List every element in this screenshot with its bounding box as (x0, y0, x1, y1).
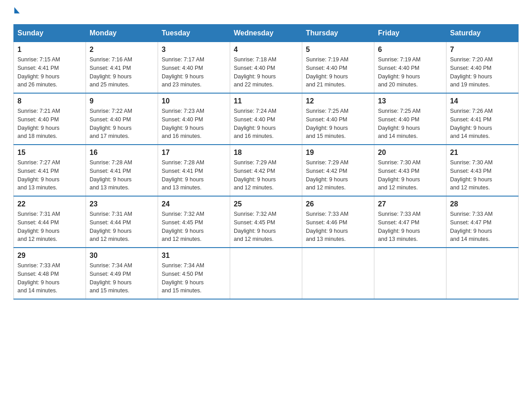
day-number: 11 (234, 97, 298, 105)
col-header-tuesday: Tuesday (158, 25, 230, 42)
calendar-week-row: 29Sunrise: 7:33 AMSunset: 4:48 PMDayligh… (14, 248, 519, 299)
calendar-cell: 9Sunrise: 7:22 AMSunset: 4:40 PMDaylight… (86, 93, 158, 145)
calendar-week-row: 1Sunrise: 7:15 AMSunset: 4:41 PMDaylight… (14, 42, 519, 94)
calendar-table: SundayMondayTuesdayWednesdayThursdayFrid… (13, 24, 519, 300)
day-number: 10 (162, 97, 226, 105)
day-number: 1 (17, 46, 82, 54)
day-number: 16 (90, 149, 154, 157)
day-info: Sunrise: 7:30 AMSunset: 4:43 PMDaylight:… (450, 158, 515, 192)
day-info: Sunrise: 7:25 AMSunset: 4:40 PMDaylight:… (306, 107, 370, 141)
calendar-cell: 6Sunrise: 7:19 AMSunset: 4:40 PMDaylight… (374, 42, 446, 94)
calendar-cell: 1Sunrise: 7:15 AMSunset: 4:41 PMDaylight… (14, 42, 86, 94)
day-info: Sunrise: 7:32 AMSunset: 4:45 PMDaylight:… (234, 210, 298, 244)
calendar-cell: 27Sunrise: 7:33 AMSunset: 4:47 PMDayligh… (374, 196, 446, 248)
calendar-cell (374, 248, 446, 299)
calendar-cell: 8Sunrise: 7:21 AMSunset: 4:40 PMDaylight… (14, 93, 86, 145)
day-info: Sunrise: 7:21 AMSunset: 4:40 PMDaylight:… (17, 107, 82, 141)
calendar-week-row: 8Sunrise: 7:21 AMSunset: 4:40 PMDaylight… (14, 93, 519, 145)
day-info: Sunrise: 7:19 AMSunset: 4:40 PMDaylight:… (378, 56, 442, 89)
day-number: 14 (450, 97, 515, 105)
day-number: 9 (90, 97, 154, 105)
day-number: 31 (162, 252, 226, 260)
day-info: Sunrise: 7:33 AMSunset: 4:48 PMDaylight:… (17, 261, 82, 295)
calendar-cell: 22Sunrise: 7:31 AMSunset: 4:44 PMDayligh… (14, 196, 86, 248)
day-number: 27 (378, 200, 442, 208)
day-info: Sunrise: 7:31 AMSunset: 4:44 PMDaylight:… (17, 210, 82, 244)
day-info: Sunrise: 7:31 AMSunset: 4:44 PMDaylight:… (90, 210, 154, 244)
calendar-cell: 31Sunrise: 7:34 AMSunset: 4:50 PMDayligh… (158, 248, 230, 299)
day-info: Sunrise: 7:33 AMSunset: 4:46 PMDaylight:… (306, 210, 370, 244)
day-info: Sunrise: 7:20 AMSunset: 4:40 PMDaylight:… (450, 56, 515, 89)
calendar-cell: 7Sunrise: 7:20 AMSunset: 4:40 PMDaylight… (446, 42, 519, 94)
day-number: 13 (378, 97, 442, 105)
calendar-cell: 2Sunrise: 7:16 AMSunset: 4:41 PMDaylight… (86, 42, 158, 94)
calendar-cell: 11Sunrise: 7:24 AMSunset: 4:40 PMDayligh… (230, 93, 302, 145)
day-info: Sunrise: 7:18 AMSunset: 4:40 PMDaylight:… (234, 56, 298, 89)
day-number: 21 (450, 149, 515, 157)
calendar-cell: 24Sunrise: 7:32 AMSunset: 4:45 PMDayligh… (158, 196, 230, 248)
calendar-cell: 20Sunrise: 7:30 AMSunset: 4:43 PMDayligh… (374, 145, 446, 196)
day-info: Sunrise: 7:24 AMSunset: 4:40 PMDaylight:… (234, 107, 298, 141)
logo-arrow-icon (14, 7, 20, 13)
calendar-cell: 25Sunrise: 7:32 AMSunset: 4:45 PMDayligh… (230, 196, 302, 248)
day-info: Sunrise: 7:33 AMSunset: 4:47 PMDaylight:… (450, 210, 515, 244)
col-header-monday: Monday (86, 25, 158, 42)
day-number: 4 (234, 46, 298, 54)
day-info: Sunrise: 7:25 AMSunset: 4:40 PMDaylight:… (378, 107, 442, 141)
day-info: Sunrise: 7:28 AMSunset: 4:41 PMDaylight:… (162, 158, 226, 192)
calendar-week-row: 22Sunrise: 7:31 AMSunset: 4:44 PMDayligh… (14, 196, 519, 248)
day-info: Sunrise: 7:29 AMSunset: 4:42 PMDaylight:… (306, 158, 370, 192)
calendar-cell: 16Sunrise: 7:28 AMSunset: 4:41 PMDayligh… (86, 145, 158, 196)
calendar-cell: 30Sunrise: 7:34 AMSunset: 4:49 PMDayligh… (86, 248, 158, 299)
calendar-cell (302, 248, 374, 299)
day-number: 8 (17, 97, 82, 105)
calendar-cell: 29Sunrise: 7:33 AMSunset: 4:48 PMDayligh… (14, 248, 86, 299)
calendar-cell: 13Sunrise: 7:25 AMSunset: 4:40 PMDayligh… (374, 93, 446, 145)
page-header (13, 9, 519, 15)
day-number: 20 (378, 149, 442, 157)
calendar-cell: 28Sunrise: 7:33 AMSunset: 4:47 PMDayligh… (446, 196, 519, 248)
day-number: 24 (162, 200, 226, 208)
day-number: 25 (234, 200, 298, 208)
day-info: Sunrise: 7:28 AMSunset: 4:41 PMDaylight:… (90, 158, 154, 192)
day-number: 26 (306, 200, 370, 208)
day-number: 18 (234, 149, 298, 157)
calendar-week-row: 15Sunrise: 7:27 AMSunset: 4:41 PMDayligh… (14, 145, 519, 196)
day-number: 19 (306, 149, 370, 157)
calendar-cell (230, 248, 302, 299)
calendar-cell (446, 248, 519, 299)
calendar-cell: 21Sunrise: 7:30 AMSunset: 4:43 PMDayligh… (446, 145, 519, 196)
calendar-header-row: SundayMondayTuesdayWednesdayThursdayFrid… (14, 25, 519, 42)
col-header-wednesday: Wednesday (230, 25, 302, 42)
day-number: 5 (306, 46, 370, 54)
day-number: 12 (306, 97, 370, 105)
day-info: Sunrise: 7:30 AMSunset: 4:43 PMDaylight:… (378, 158, 442, 192)
day-info: Sunrise: 7:16 AMSunset: 4:41 PMDaylight:… (90, 56, 154, 89)
calendar-cell: 19Sunrise: 7:29 AMSunset: 4:42 PMDayligh… (302, 145, 374, 196)
day-info: Sunrise: 7:22 AMSunset: 4:40 PMDaylight:… (90, 107, 154, 141)
day-info: Sunrise: 7:19 AMSunset: 4:40 PMDaylight:… (306, 56, 370, 89)
day-info: Sunrise: 7:17 AMSunset: 4:40 PMDaylight:… (162, 56, 226, 89)
day-number: 22 (17, 200, 82, 208)
calendar-cell: 5Sunrise: 7:19 AMSunset: 4:40 PMDaylight… (302, 42, 374, 94)
day-number: 6 (378, 46, 442, 54)
day-info: Sunrise: 7:23 AMSunset: 4:40 PMDaylight:… (162, 107, 226, 141)
calendar-cell: 14Sunrise: 7:26 AMSunset: 4:41 PMDayligh… (446, 93, 519, 145)
day-info: Sunrise: 7:29 AMSunset: 4:42 PMDaylight:… (234, 158, 298, 192)
day-info: Sunrise: 7:15 AMSunset: 4:41 PMDaylight:… (17, 56, 82, 89)
day-info: Sunrise: 7:33 AMSunset: 4:47 PMDaylight:… (378, 210, 442, 244)
day-number: 2 (90, 46, 154, 54)
day-number: 28 (450, 200, 515, 208)
calendar-cell: 18Sunrise: 7:29 AMSunset: 4:42 PMDayligh… (230, 145, 302, 196)
day-info: Sunrise: 7:34 AMSunset: 4:49 PMDaylight:… (90, 261, 154, 295)
day-info: Sunrise: 7:27 AMSunset: 4:41 PMDaylight:… (17, 158, 82, 192)
day-info: Sunrise: 7:34 AMSunset: 4:50 PMDaylight:… (162, 261, 226, 295)
logo (13, 9, 20, 15)
day-number: 3 (162, 46, 226, 54)
col-header-friday: Friday (374, 25, 446, 42)
calendar-cell: 4Sunrise: 7:18 AMSunset: 4:40 PMDaylight… (230, 42, 302, 94)
col-header-sunday: Sunday (14, 25, 86, 42)
calendar-cell: 23Sunrise: 7:31 AMSunset: 4:44 PMDayligh… (86, 196, 158, 248)
calendar-cell: 15Sunrise: 7:27 AMSunset: 4:41 PMDayligh… (14, 145, 86, 196)
day-number: 17 (162, 149, 226, 157)
